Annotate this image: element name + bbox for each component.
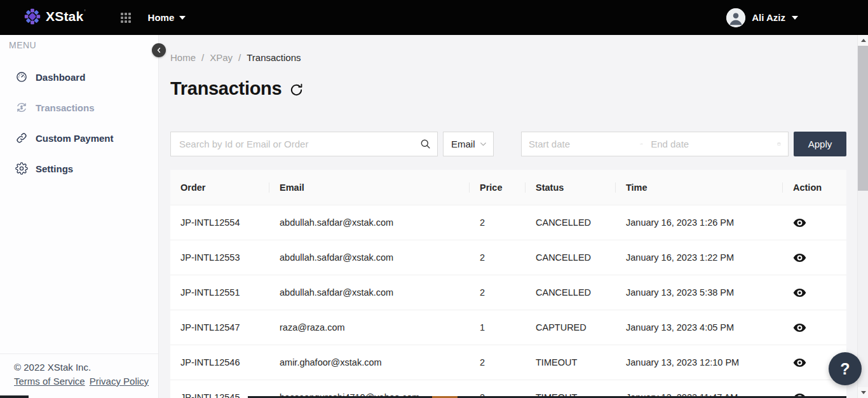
email-cell: abdullah.safdar@xstak.com — [269, 217, 470, 228]
calendar-icon — [777, 139, 781, 149]
terms-of-service-link[interactable]: Terms of Service — [14, 376, 85, 387]
vertical-scrollbar[interactable] — [857, 35, 868, 398]
sidebar-item-label: Dashboard — [36, 72, 85, 83]
search-type-select[interactable]: Email — [443, 132, 494, 156]
scrollbar-down-button[interactable] — [858, 387, 868, 398]
privacy-policy-link[interactable]: Privacy Policy — [90, 376, 149, 387]
search-type-value: Email — [451, 139, 475, 149]
email-cell: abdullah.safdar@xstak.com — [269, 287, 470, 298]
sidebar-item-settings[interactable]: Settings — [0, 153, 158, 184]
eye-icon — [793, 251, 806, 264]
gear-icon — [15, 162, 28, 175]
chevron-left-icon — [155, 46, 163, 54]
table-header-row: Order Email Price Status Time Action — [170, 170, 846, 205]
sidebar-item-label: Transactions — [36, 102, 95, 113]
table-row: JP-INTL12553 abdullah.safdar@xstak.com 2… — [170, 240, 846, 275]
triangle-up-icon — [861, 39, 866, 42]
sidebar-nav: Dashboard Transactions Custom Payment — [0, 62, 158, 184]
user-menu[interactable]: Ali Aziz — [726, 8, 798, 27]
search-input[interactable] — [171, 139, 413, 149]
brand-trademark: ʼ — [84, 8, 85, 17]
avatar — [726, 8, 745, 27]
order-cell: JP-INTL12546 — [170, 357, 269, 367]
column-header-price: Price — [470, 182, 526, 193]
table-row: JP-INTL12546 amir.ghafoor@xstak.com 2 TI… — [170, 345, 846, 380]
view-transaction-button[interactable] — [793, 356, 806, 369]
scrollbar-thumb[interactable] — [858, 46, 868, 191]
date-range-picker — [521, 132, 789, 156]
main-content: Home / XPay / Transactions Transactions … — [159, 35, 857, 398]
sidebar-item-transactions[interactable]: Transactions — [0, 92, 158, 123]
time-cell: January 13, 2023 4:05 PM — [616, 322, 783, 333]
breadcrumb: Home / XPay / Transactions — [170, 52, 301, 63]
app-launcher-grid-icon[interactable] — [121, 13, 131, 23]
column-header-action: Action — [783, 182, 846, 193]
sidebar-collapse-button[interactable] — [152, 43, 166, 57]
end-date-input[interactable] — [651, 139, 777, 149]
breadcrumb-home[interactable]: Home — [170, 52, 196, 63]
status-cell: CANCELLED — [526, 287, 616, 298]
price-cell: 2 — [470, 287, 526, 298]
sidebar-footer: © 2022 XStak Inc. Terms of ServicePrivac… — [0, 353, 158, 398]
table-row: JP-INTL12551 abdullah.safdar@xstak.com 2… — [170, 275, 846, 310]
sidebar-item-custom-payment[interactable]: Custom Payment — [0, 123, 158, 153]
table-row: JP-INTL12554 abdullah.safdar@xstak.com 2… — [170, 205, 846, 240]
transactions-sync-icon — [15, 101, 28, 114]
sidebar-item-label: Settings — [36, 163, 73, 174]
breadcrumb-separator: / — [238, 52, 241, 63]
chevron-down-icon — [479, 140, 487, 148]
apply-button[interactable]: Apply — [794, 132, 846, 156]
xstak-logo-icon — [24, 8, 41, 27]
order-cell: JP-INTL12547 — [170, 322, 269, 333]
view-transaction-button[interactable] — [793, 216, 806, 230]
status-cell: TIMEOUT — [526, 357, 616, 367]
time-cell: January 16, 2023 1:26 PM — [616, 217, 783, 228]
bottom-corner-strip — [0, 395, 29, 398]
sidebar: MENU Dashboard Transactions — [0, 35, 159, 398]
user-name: Ali Aziz — [752, 12, 785, 23]
chevron-down-icon — [179, 16, 186, 20]
breadcrumb-xpay[interactable]: XPay — [210, 52, 233, 63]
chevron-down-icon — [792, 16, 798, 20]
refresh-icon[interactable] — [289, 83, 304, 97]
email-cell: raza@raza.com — [269, 322, 470, 333]
start-date-input[interactable] — [529, 139, 640, 149]
help-button[interactable]: ? — [829, 352, 862, 385]
price-cell: 2 — [470, 217, 526, 228]
search-icon[interactable] — [413, 138, 437, 150]
column-header-order: Order — [170, 182, 269, 193]
order-cell: JP-INTL12554 — [170, 217, 269, 228]
sidebar-item-dashboard[interactable]: Dashboard — [0, 62, 158, 92]
order-cell: JP-INTL12553 — [170, 252, 269, 263]
breadcrumb-separator: / — [201, 52, 204, 63]
view-transaction-button[interactable] — [793, 251, 806, 264]
nav-home-label: Home — [148, 12, 175, 23]
column-header-status: Status — [526, 182, 616, 193]
triangle-down-icon — [861, 391, 866, 394]
brand-logo[interactable]: XStak ʼ — [24, 8, 86, 27]
arrow-right-icon — [640, 139, 643, 149]
time-cell: January 16, 2023 1:22 PM — [616, 252, 783, 263]
brand-name: XStak — [46, 8, 83, 25]
email-cell: amir.ghafoor@xstak.com — [269, 357, 470, 367]
filter-bar: Email Apply — [159, 132, 857, 156]
status-cell: CANCELLED — [526, 252, 616, 263]
page-title: Transactions — [170, 78, 281, 99]
view-transaction-button[interactable] — [793, 286, 806, 299]
eye-icon — [793, 356, 806, 369]
email-cell: abdullah.safdar@xstak.com — [269, 252, 470, 263]
eye-icon — [793, 321, 806, 334]
scrollbar-up-button[interactable] — [858, 35, 868, 46]
time-cell: January 13, 2023 12:10 PM — [616, 357, 783, 367]
table-row: JP-INTL12545 hassaanqureshi4710@yahoo.co… — [170, 380, 846, 398]
order-cell: JP-INTL12551 — [170, 287, 269, 298]
status-cell: CANCELLED — [526, 217, 616, 228]
view-transaction-button[interactable] — [793, 321, 806, 334]
breadcrumb-current: Transactions — [247, 52, 301, 63]
link-icon — [15, 132, 28, 144]
nav-home-dropdown[interactable]: Home — [148, 12, 186, 23]
transactions-table: Order Email Price Status Time Action JP-… — [170, 170, 846, 398]
column-header-email: Email — [269, 182, 470, 193]
price-cell: 2 — [470, 252, 526, 263]
copyright-text: © 2022 XStak Inc. — [14, 362, 158, 373]
